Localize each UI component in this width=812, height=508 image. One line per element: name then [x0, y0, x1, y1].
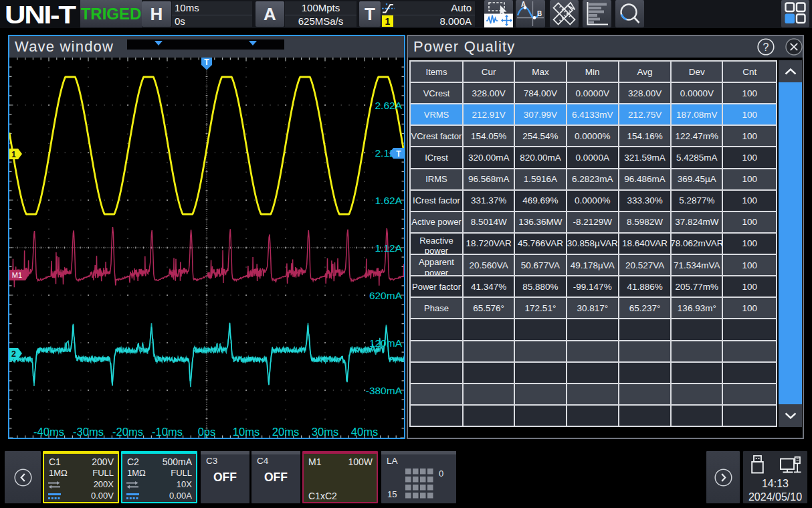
svg-text:0ps: 0ps — [198, 426, 216, 438]
svg-text:1.62A: 1.62A — [375, 195, 402, 206]
svg-text:-10ms: -10ms — [152, 426, 183, 438]
svg-text:T: T — [204, 58, 209, 67]
svg-text:10ms: 10ms — [233, 426, 260, 438]
svg-text:A: A — [521, 1, 526, 8]
svg-text:2.62A: 2.62A — [375, 100, 402, 111]
svg-text:M1: M1 — [12, 271, 22, 279]
svg-text:-20ms: -20ms — [112, 426, 143, 438]
svg-text:?: ? — [763, 41, 769, 53]
svg-text:-30ms: -30ms — [73, 426, 104, 438]
svg-text:620mA: 620mA — [369, 290, 403, 301]
svg-text:40ms: 40ms — [351, 426, 378, 438]
svg-text:-40ms: -40ms — [33, 426, 64, 438]
svg-text:1.12A: 1.12A — [375, 242, 402, 254]
svg-text:-380mA: -380mA — [366, 385, 403, 396]
svg-text:30ms: 30ms — [312, 426, 338, 438]
svg-text:20ms: 20ms — [272, 426, 299, 438]
svg-text:2: 2 — [11, 349, 16, 359]
svg-text:T: T — [396, 149, 401, 159]
svg-text:1: 1 — [11, 150, 16, 159]
svg-text:120mA: 120mA — [369, 337, 403, 349]
svg-text:B: B — [537, 10, 542, 17]
